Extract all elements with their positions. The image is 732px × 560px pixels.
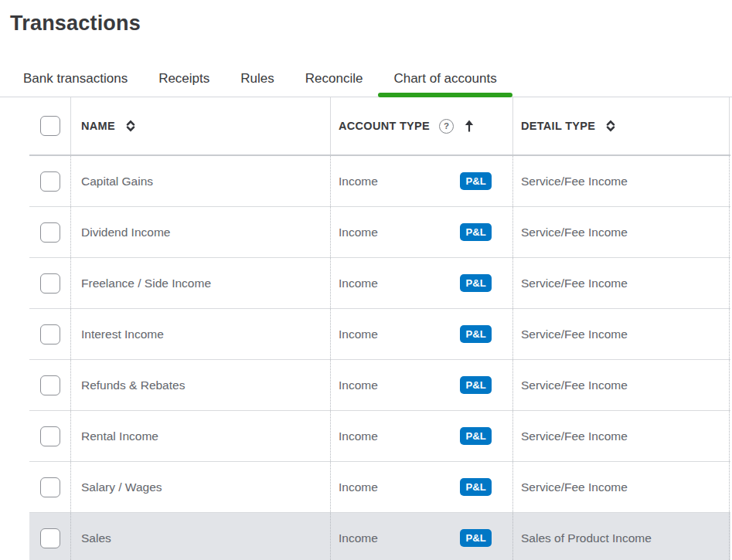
sort-both-icon[interactable] [605, 120, 616, 132]
detail-type-cell: Service/Fee Income [512, 156, 730, 206]
account-type-cell: Income P&L [330, 258, 512, 308]
column-header-detail-type[interactable]: DETAIL TYPE [521, 120, 595, 132]
account-name: Dividend Income [81, 226, 170, 239]
active-tab-underline [378, 93, 512, 97]
pl-badge: P&L [460, 325, 492, 343]
sort-ascending-arrow-icon[interactable] [463, 119, 475, 133]
column-header-name[interactable]: NAME [81, 120, 115, 132]
account-name-cell: Rental Income [70, 411, 330, 461]
detail-type: Service/Fee Income [521, 328, 628, 341]
select-all-checkbox[interactable] [40, 116, 60, 136]
column-header-account-type[interactable]: ACCOUNT TYPE [339, 120, 430, 132]
table-header-row: NAME ACCOUNT TYPE ? [29, 97, 730, 156]
account-name-cell: Sales [70, 513, 330, 560]
row-checkbox-cell [29, 513, 70, 560]
account-type: Income [339, 531, 378, 545]
row-checkbox-cell [29, 309, 70, 359]
account-name: Salary / Wages [81, 480, 162, 494]
tab-label: Chart of accounts [393, 71, 496, 86]
row-checkbox-cell [29, 207, 70, 257]
account-type-cell: Income P&L [330, 360, 512, 410]
account-name: Interest Income [81, 328, 164, 341]
account-name: Freelance / Side Income [81, 277, 211, 290]
pl-badge: P&L [460, 376, 492, 394]
detail-type-cell: Service/Fee Income [512, 258, 730, 308]
detail-type-cell: Sales of Product Income [512, 513, 730, 560]
row-checkbox[interactable] [40, 171, 60, 192]
row-checkbox[interactable] [40, 273, 60, 294]
tab-rules[interactable]: Rules [225, 70, 289, 97]
table-row[interactable]: Sales Income P&L Sales of Product Income [29, 513, 730, 560]
tab-receipts[interactable]: Receipts [143, 70, 225, 97]
row-checkbox-cell [29, 258, 70, 308]
pl-badge: P&L [460, 223, 492, 241]
table-row[interactable]: Refunds & Rebates Income P&L Service/Fee… [29, 360, 730, 411]
account-name-cell: Dividend Income [70, 207, 330, 257]
column-header-account-type-cell: ACCOUNT TYPE ? [330, 97, 512, 154]
table-row[interactable]: Salary / Wages Income P&L Service/Fee In… [29, 462, 730, 513]
transactions-page: Transactions Bank transactions Receipts … [0, 11, 732, 560]
table-row[interactable]: Capital Gains Income P&L Service/Fee Inc… [29, 156, 730, 207]
chart-of-accounts-table: NAME ACCOUNT TYPE ? [29, 97, 730, 560]
row-checkbox-cell [29, 462, 70, 512]
column-header-detail-type-cell: DETAIL TYPE [512, 97, 730, 154]
account-name-cell: Freelance / Side Income [70, 258, 330, 308]
table-row[interactable]: Interest Income Income P&L Service/Fee I… [29, 309, 730, 360]
pl-badge: P&L [460, 172, 492, 190]
row-checkbox[interactable] [40, 528, 60, 548]
tab-label: Bank transactions [23, 71, 128, 86]
row-checkbox-cell [29, 411, 70, 461]
account-name-cell: Interest Income [70, 309, 330, 359]
help-icon[interactable]: ? [439, 119, 454, 134]
account-type: Income [339, 480, 378, 494]
row-checkbox[interactable] [40, 324, 60, 344]
row-checkbox[interactable] [40, 222, 60, 243]
detail-type: Service/Fee Income [521, 429, 628, 443]
account-type: Income [339, 429, 378, 443]
detail-type: Service/Fee Income [521, 277, 628, 290]
account-type-cell: Income P&L [330, 207, 512, 257]
account-type-cell: Income P&L [330, 309, 512, 359]
column-header-name-cell: NAME [70, 97, 330, 154]
detail-type-cell: Service/Fee Income [512, 207, 730, 257]
account-type: Income [339, 378, 378, 392]
account-name-cell: Refunds & Rebates [70, 360, 330, 410]
row-checkbox-cell [29, 360, 70, 410]
tab-chart-of-accounts[interactable]: Chart of accounts [378, 70, 512, 97]
tab-label: Receipts [158, 71, 209, 86]
detail-type: Service/Fee Income [521, 378, 628, 392]
row-checkbox[interactable] [40, 477, 60, 497]
row-checkbox-cell [29, 156, 70, 206]
tab-label: Reconcile [305, 71, 363, 86]
page-title: Transactions [10, 11, 732, 36]
sort-both-icon[interactable] [125, 120, 136, 132]
table-row[interactable]: Freelance / Side Income Income P&L Servi… [29, 258, 730, 309]
table-body: Capital Gains Income P&L Service/Fee Inc… [29, 156, 730, 560]
detail-type-cell: Service/Fee Income [512, 360, 730, 410]
account-type: Income [339, 277, 378, 290]
table-row[interactable]: Rental Income Income P&L Service/Fee Inc… [29, 411, 730, 462]
detail-type: Service/Fee Income [521, 480, 628, 494]
detail-type-cell: Service/Fee Income [512, 309, 730, 359]
account-type-cell: Income P&L [330, 411, 512, 461]
detail-type-cell: Service/Fee Income [512, 462, 730, 512]
account-type-cell: Income P&L [330, 513, 512, 560]
row-checkbox[interactable] [40, 375, 60, 395]
detail-type: Service/Fee Income [521, 226, 628, 239]
header-checkbox-cell [29, 97, 70, 154]
tab-reconcile[interactable]: Reconcile [290, 70, 379, 97]
detail-type-cell: Service/Fee Income [512, 411, 730, 461]
row-checkbox[interactable] [40, 426, 60, 446]
detail-type: Service/Fee Income [521, 175, 628, 188]
pl-badge: P&L [460, 478, 492, 496]
account-type: Income [339, 226, 378, 239]
account-name: Capital Gains [81, 175, 153, 188]
account-type: Income [339, 175, 378, 188]
account-type-cell: Income P&L [330, 156, 512, 206]
pl-badge: P&L [460, 274, 492, 292]
tab-bank-transactions[interactable]: Bank transactions [8, 70, 143, 97]
table-row[interactable]: Dividend Income Income P&L Service/Fee I… [29, 207, 730, 258]
account-name: Sales [81, 531, 111, 545]
pl-badge: P&L [460, 427, 492, 445]
tab-bar: Bank transactions Receipts Rules Reconci… [0, 70, 732, 97]
